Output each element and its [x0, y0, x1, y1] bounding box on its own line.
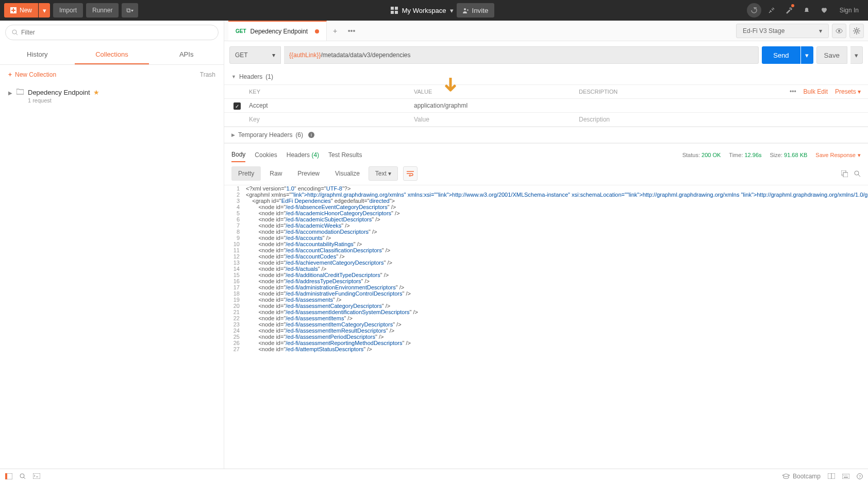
save-button[interactable]: Save: [816, 46, 847, 64]
collection-item[interactable]: ▶ Depedency Endpoint ★ 1 request: [0, 84, 224, 108]
time-info: Time: 12.96s: [729, 152, 761, 158]
headers-table-header: KEY VALUE DESCRIPTION ••• Bulk Edit Pres…: [224, 85, 868, 99]
panes-icon[interactable]: [828, 473, 835, 479]
keyboard-icon[interactable]: [842, 474, 849, 479]
response-mode-select[interactable]: Text ▾: [369, 166, 398, 181]
view-pretty[interactable]: Pretty: [231, 166, 261, 181]
temp-headers-section[interactable]: ▶ Temporary Headers (6) i: [224, 127, 868, 143]
import-button[interactable]: Import: [53, 3, 83, 18]
collection-name: Depedency Endpoint ★: [28, 89, 99, 96]
svg-rect-35: [842, 474, 849, 479]
view-raw[interactable]: Raw: [263, 166, 289, 181]
url-input[interactable]: {{authLink}}/metadata/data/v3/dependenci…: [284, 46, 759, 64]
svg-point-14: [856, 29, 858, 32]
view-visualize[interactable]: Visualize: [328, 166, 366, 181]
svg-rect-5: [391, 11, 394, 14]
svg-line-21: [854, 32, 855, 33]
caret-down-icon: ▼: [231, 74, 236, 79]
svg-rect-39: [844, 477, 848, 478]
svg-point-37: [845, 475, 845, 475]
star-icon[interactable]: ★: [93, 89, 99, 96]
bulk-edit-button[interactable]: Bulk Edit: [804, 88, 828, 95]
workspace-icon: [391, 7, 398, 14]
plus-icon: [10, 7, 16, 13]
sync-icon[interactable]: [747, 3, 761, 18]
satellite-icon[interactable]: [764, 3, 779, 18]
plus-icon: +: [8, 71, 12, 78]
svg-rect-6: [395, 11, 398, 14]
tab-menu-button[interactable]: •••: [343, 23, 360, 39]
sidebar-toggle-icon[interactable]: [5, 473, 12, 479]
new-collection-button[interactable]: + New Collection: [8, 71, 56, 78]
request-tab[interactable]: GET Depedency Endpoint: [228, 21, 327, 41]
filter-input-wrap: [5, 25, 219, 40]
caret-right-icon[interactable]: ▶: [8, 90, 12, 96]
sidebar-tab-history[interactable]: History: [0, 45, 75, 64]
heart-icon[interactable]: [817, 3, 831, 18]
info-icon[interactable]: i: [308, 132, 314, 138]
response-tab-headers[interactable]: Headers (4): [287, 148, 319, 162]
sidebar-tab-collections[interactable]: Collections: [75, 45, 149, 64]
svg-rect-25: [843, 173, 848, 177]
help-icon[interactable]: ?: [857, 473, 863, 479]
columns-menu-button[interactable]: •••: [790, 88, 796, 95]
add-tab-button[interactable]: +: [327, 23, 343, 39]
wrap-lines-button[interactable]: [403, 166, 418, 181]
svg-point-10: [12, 30, 16, 34]
copy-icon[interactable]: [841, 170, 848, 177]
svg-line-22: [858, 28, 859, 29]
env-preview-button[interactable]: [832, 24, 846, 38]
svg-point-38: [846, 475, 847, 475]
headers-section-header[interactable]: ▼ Headers (1): [224, 69, 868, 85]
send-button[interactable]: Send: [762, 46, 800, 64]
filter-input[interactable]: [21, 29, 212, 36]
person-icon: [463, 8, 469, 13]
save-response-button[interactable]: Save Response ▾: [815, 152, 861, 159]
window-icon: ⧉▾: [126, 7, 133, 14]
status-info: Status: 200 OK: [682, 152, 721, 158]
svg-point-7: [464, 8, 466, 10]
request-tab-method: GET: [236, 28, 246, 34]
runner-button[interactable]: Runner: [86, 3, 119, 18]
method-selector[interactable]: GET ▾: [229, 46, 281, 64]
save-dropdown[interactable]: ▾: [850, 46, 863, 64]
svg-line-20: [858, 32, 859, 33]
presets-button[interactable]: Presets ▾: [835, 88, 861, 95]
svg-line-11: [16, 33, 18, 35]
environment-selector[interactable]: Ed-Fi V3 Stage ▾: [736, 24, 829, 38]
new-dropdown[interactable]: ▾: [39, 3, 50, 18]
response-tab-cookies[interactable]: Cookies: [255, 148, 277, 162]
svg-point-30: [20, 474, 24, 478]
size-info: Size: 91.68 KB: [770, 152, 808, 158]
settings-button[interactable]: [849, 24, 864, 38]
wrench-icon[interactable]: [782, 3, 796, 18]
svg-rect-3: [391, 7, 394, 10]
search-icon: [12, 29, 18, 36]
caret-right-icon: ▶: [231, 132, 235, 137]
trash-link[interactable]: Trash: [200, 71, 215, 78]
console-icon[interactable]: [33, 473, 40, 479]
sidebar-tab-apis[interactable]: APIs: [149, 45, 224, 64]
response-tab-tests[interactable]: Test Results: [328, 148, 362, 162]
bell-icon[interactable]: [799, 3, 814, 18]
header-new-row[interactable]: Key Value Description: [224, 113, 868, 127]
header-key[interactable]: Accept: [249, 102, 414, 109]
search-response-icon[interactable]: [854, 170, 861, 177]
response-body[interactable]: 1<?xml version="1.0" encoding="UTF-8"?>2…: [224, 185, 868, 469]
request-tab-name: Depedency Endpoint: [251, 28, 308, 35]
signin-link[interactable]: Sign In: [834, 7, 864, 14]
view-preview[interactable]: Preview: [291, 166, 326, 181]
new-button[interactable]: New: [4, 3, 38, 18]
svg-point-36: [843, 475, 844, 475]
workspace-selector[interactable]: My Workspace ▾: [391, 7, 454, 14]
find-icon[interactable]: [20, 473, 26, 479]
invite-button[interactable]: Invite: [457, 3, 494, 18]
response-tab-body[interactable]: Body: [231, 148, 245, 162]
bootcamp-link[interactable]: Bootcamp: [782, 473, 821, 480]
header-value[interactable]: application/graphml: [414, 102, 579, 109]
svg-rect-2: [11, 10, 15, 11]
checkbox-icon[interactable]: ✓: [233, 102, 241, 110]
send-dropdown[interactable]: ▾: [801, 46, 813, 64]
open-new-button[interactable]: ⧉▾: [122, 3, 138, 18]
header-row[interactable]: ✓ Accept application/graphml: [224, 99, 868, 113]
